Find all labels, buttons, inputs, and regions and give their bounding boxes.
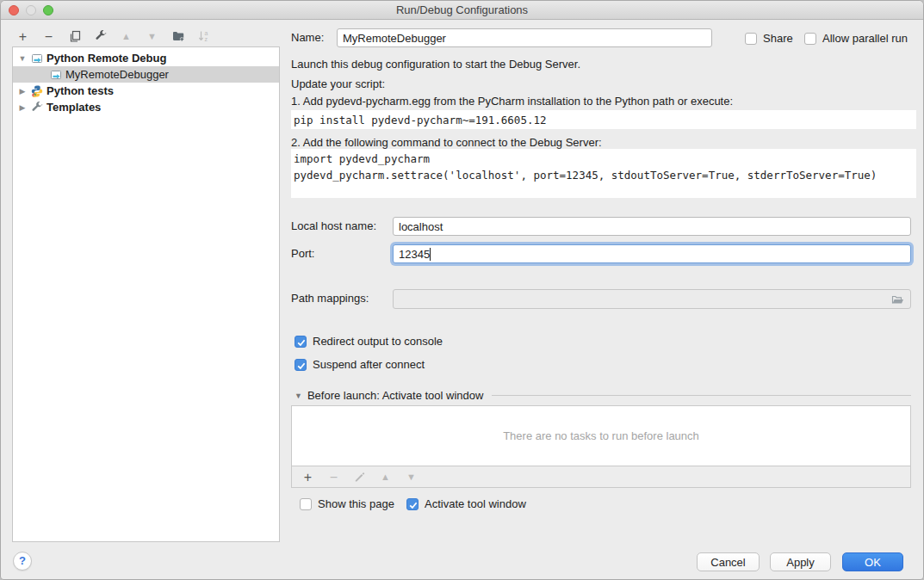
move-task-down-icon: ▼ — [404, 470, 419, 484]
path-mappings-label: Path mappings: — [291, 289, 369, 308]
intro-text: Launch this debug configuration to start… — [291, 58, 580, 71]
share-checkbox-row[interactable]: Share — [745, 32, 793, 46]
suspend-after-connect-row[interactable]: Suspend after connect — [295, 358, 425, 372]
name-label: Name: — [291, 28, 324, 47]
step2-text: 2. Add the following command to connect … — [291, 136, 602, 149]
share-label: Share — [763, 32, 793, 46]
copy-configuration-icon[interactable] — [67, 29, 82, 44]
remove-task-icon: − — [326, 470, 341, 484]
text-caret — [430, 248, 431, 261]
allow-parallel-run-label: Allow parallel run — [822, 32, 908, 46]
settrace-code-line1: import pydevd_pycharm — [294, 151, 914, 167]
redirect-output-row[interactable]: Redirect output to console — [295, 335, 443, 349]
add-configuration-icon[interactable]: + — [16, 29, 30, 44]
pip-install-code: pip install pydevd-pycharm~=191.6605.12 — [291, 110, 916, 129]
no-tasks-text: There are no tasks to run before launch — [503, 429, 699, 442]
name-input[interactable] — [337, 28, 712, 47]
local-host-name-input[interactable] — [393, 217, 911, 236]
share-checkbox[interactable] — [745, 33, 757, 45]
settrace-code-block: import pydevd_pycharm pydevd_pycharm.set… — [291, 149, 916, 198]
tree-item-python-tests[interactable]: ▶ Python tests — [13, 83, 279, 99]
show-this-page-row[interactable]: Show this page — [300, 497, 394, 511]
allow-parallel-run-checkbox-row[interactable]: Allow parallel run — [804, 32, 908, 46]
port-input[interactable] — [393, 244, 911, 263]
help-button[interactable]: ? — [13, 552, 32, 571]
title-bar: Run/Debug Configurations — [1, 1, 923, 20]
configurations-toolbar: + − ▲ ▼ az — [16, 27, 211, 46]
tree-item-templates[interactable]: ▶ Templates — [13, 99, 279, 115]
tree-item-label: Python tests — [47, 84, 114, 97]
run-debug-configurations-dialog: Run/Debug Configurations + − ▲ ▼ az ▼ Py… — [0, 0, 924, 580]
before-launch-title: Before launch: Activate tool window — [307, 389, 484, 402]
before-launch-toolbar: + − ▲ ▼ — [291, 466, 911, 488]
activate-tool-window-label: Activate tool window — [425, 497, 526, 511]
python-tests-icon — [30, 84, 44, 98]
ok-button[interactable]: OK — [842, 552, 903, 571]
move-up-icon: ▲ — [119, 29, 133, 44]
remove-configuration-icon[interactable]: − — [41, 29, 56, 44]
redirect-output-label: Redirect output to console — [313, 335, 443, 349]
allow-parallel-run-checkbox[interactable] — [804, 33, 816, 45]
activate-tool-window-row[interactable]: Activate tool window — [406, 497, 526, 511]
port-input-wrapper — [393, 244, 911, 263]
tree-item-python-remote-debug[interactable]: ▼ Python Remote Debug — [13, 50, 279, 66]
settrace-code-line2: pydevd_pycharm.settrace('localhost', por… — [294, 167, 914, 183]
close-window-button[interactable] — [9, 5, 19, 15]
move-down-icon: ▼ — [145, 29, 159, 44]
run-config-icon — [30, 52, 44, 65]
run-config-icon — [49, 68, 63, 82]
svg-text:a: a — [204, 30, 208, 36]
tree-item-label: Templates — [47, 101, 101, 114]
configurations-tree: ▼ Python Remote Debug MyRemoteDebugger ▶… — [12, 46, 280, 542]
port-label: Port: — [291, 244, 314, 263]
tree-item-myremotedebugger[interactable]: MyRemoteDebugger — [13, 66, 279, 83]
before-launch-section-header[interactable]: ▼ Before launch: Activate tool window — [295, 389, 911, 402]
activate-tool-window-checkbox[interactable] — [406, 498, 419, 510]
before-launch-task-list[interactable]: There are no tasks to run before launch — [291, 405, 911, 466]
svg-text:z: z — [204, 36, 208, 42]
cancel-button[interactable]: Cancel — [697, 552, 760, 571]
show-this-page-label: Show this page — [318, 497, 394, 511]
zoom-window-button[interactable] — [43, 5, 53, 15]
chevron-right-icon[interactable]: ▶ — [18, 103, 27, 112]
window-title: Run/Debug Configurations — [1, 1, 923, 19]
tree-item-label: Python Remote Debug — [47, 52, 166, 65]
sort-alphabetically-icon: az — [196, 29, 211, 44]
add-task-icon[interactable]: + — [301, 470, 315, 484]
new-folder-icon[interactable] — [171, 29, 185, 44]
tree-item-label: MyRemoteDebugger — [65, 68, 169, 81]
wrench-icon — [30, 101, 44, 114]
chevron-down-icon[interactable]: ▼ — [295, 392, 302, 400]
chevron-down-icon[interactable]: ▼ — [18, 54, 27, 63]
apply-button[interactable]: Apply — [770, 552, 831, 571]
minimize-window-button — [26, 5, 36, 15]
redirect-output-checkbox[interactable] — [295, 336, 307, 348]
path-mappings-field[interactable] — [393, 289, 911, 309]
suspend-after-connect-checkbox[interactable] — [295, 359, 307, 371]
edit-task-pencil-icon — [352, 470, 367, 484]
suspend-after-connect-label: Suspend after connect — [313, 358, 425, 372]
edit-templates-wrench-icon[interactable] — [93, 29, 108, 44]
move-task-up-icon: ▲ — [378, 470, 393, 484]
step1-text: 1. Add pydevd-pycharm.egg from the PyCha… — [291, 95, 733, 108]
section-rule — [492, 395, 911, 396]
open-folder-icon[interactable] — [890, 293, 905, 309]
local-host-name-label: Local host name: — [291, 217, 376, 236]
chevron-right-icon[interactable]: ▶ — [18, 87, 27, 96]
update-script-text: Update your script: — [291, 77, 385, 90]
show-this-page-checkbox[interactable] — [300, 498, 312, 510]
